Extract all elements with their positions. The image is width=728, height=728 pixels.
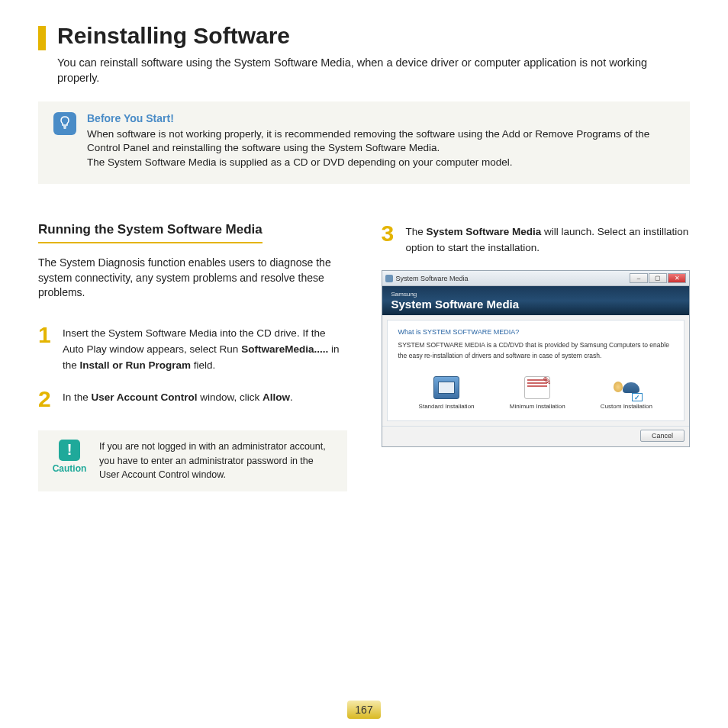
minimize-button[interactable]: – — [630, 273, 648, 283]
body-desc: SYSTEM SOFTWARE MEDIA is a CD/DVD that i… — [398, 340, 674, 361]
section-desc: The System Diagnosis function enables us… — [38, 256, 347, 301]
step-1: 1 Insert the System Software Media into … — [38, 324, 347, 374]
banner-subtitle: Samsung — [391, 291, 681, 298]
user-check-icon: ✓ — [614, 376, 639, 399]
screenshot-window: System Software Media – ▢ ✕ Samsung Syst… — [382, 270, 691, 447]
lightbulb-icon — [53, 112, 76, 135]
option-custom-installation[interactable]: ✓ Custom Installation — [601, 376, 652, 410]
body-question: What is SYSTEM SOFTWARE MEDIA? — [398, 328, 674, 336]
step-number: 1 — [38, 324, 56, 374]
page-title: Reinstalling Software — [57, 23, 290, 49]
caution-label: Caution — [53, 463, 87, 474]
document-icon — [524, 376, 550, 399]
cancel-button[interactable]: Cancel — [640, 430, 685, 442]
intro-text: You can reinstall software using the Sys… — [57, 55, 690, 86]
option-minimum-installation[interactable]: Minimum Installation — [510, 376, 565, 410]
tip-text: When software is not working properly, i… — [87, 127, 675, 171]
app-icon — [385, 275, 393, 282]
caution-callout: ! Caution If you are not logged in with … — [38, 430, 347, 491]
close-button[interactable]: ✕ — [668, 273, 686, 283]
step-text: The System Software Media will launch. S… — [406, 222, 691, 256]
step-text: In the User Account Control window, clic… — [63, 388, 293, 411]
step-text: Insert the System Software Media into th… — [63, 324, 347, 374]
step-2: 2 In the User Account Control window, cl… — [38, 388, 347, 411]
option-label: Custom Installation — [601, 403, 652, 410]
section-title: Running the System Software Media — [38, 222, 263, 243]
step-number: 2 — [38, 388, 56, 411]
tip-title: Before You Start! — [87, 112, 675, 124]
window-banner: Samsung System Software Media — [382, 286, 690, 315]
monitor-icon — [433, 376, 459, 399]
tip-callout: Before You Start! When software is not w… — [38, 101, 690, 185]
window-titlebar: System Software Media – ▢ ✕ — [382, 271, 690, 286]
step-number: 3 — [382, 222, 400, 256]
window-title: System Software Media — [396, 275, 469, 282]
banner-title: System Software Media — [391, 298, 681, 311]
option-label: Minimum Installation — [510, 403, 565, 410]
page-number-badge: 167 — [347, 701, 381, 719]
page-number: 167 — [355, 704, 372, 716]
option-label: Standard Installation — [419, 403, 475, 410]
option-standard-installation[interactable]: Standard Installation — [419, 376, 475, 410]
title-accent-bar — [38, 26, 46, 50]
exclamation-icon: ! — [59, 440, 80, 461]
maximize-button[interactable]: ▢ — [649, 273, 667, 283]
step-3: 3 The System Software Media will launch.… — [382, 222, 691, 256]
caution-text: If you are not logged in with an adminis… — [99, 440, 335, 482]
